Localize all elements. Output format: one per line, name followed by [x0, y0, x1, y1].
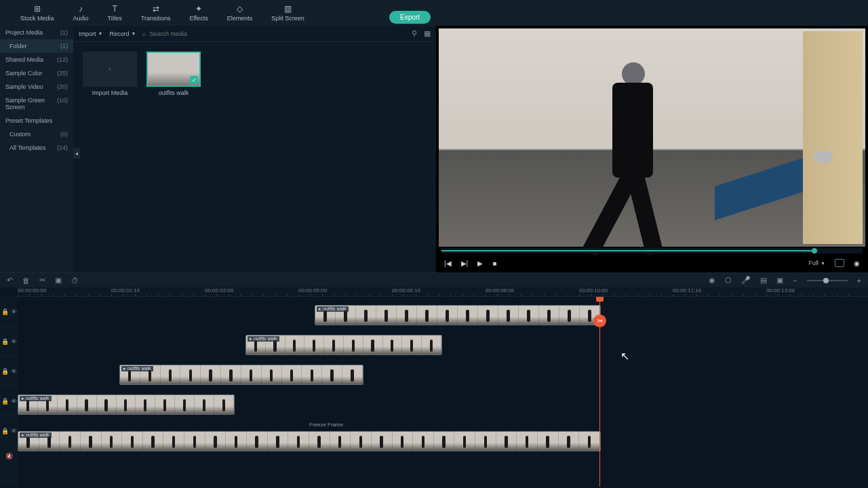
lock-icon[interactable]: 🔒: [1, 368, 9, 375]
ruler-tick: 00:00:00:00: [18, 287, 46, 293]
elements-icon: ◇: [235, 4, 245, 14]
next-frame-button[interactable]: ▶|: [461, 260, 469, 267]
ruler-tick: 00:00:05:00: [298, 287, 327, 293]
crop-icon[interactable]: ▣: [55, 276, 62, 285]
timeline-ruler[interactable]: 00:00:00:0000:00:01:1600:00:03:0800:00:0…: [18, 287, 868, 297]
clip-audio-strip[interactable]: [246, 354, 441, 355]
marker-icon[interactable]: ⬡: [725, 276, 732, 285]
playhead[interactable]: ✂: [599, 297, 600, 487]
ruler-tick: 00:00:06:16: [392, 287, 420, 293]
record-dropdown[interactable]: Record▼: [109, 30, 136, 37]
search-icon: ⌕: [142, 30, 146, 37]
media-sidebar: Project Media(1)Folder(1)Shared Media(12…: [0, 26, 73, 272]
ruler-tick: 00:00:11:16: [673, 287, 701, 293]
sidebar-item-shared-media[interactable]: Shared Media(12): [0, 53, 73, 66]
sidebar-item-custom[interactable]: Custom(0): [0, 127, 73, 141]
sidebar-item-project-media[interactable]: Project Media(1): [0, 26, 73, 39]
stop-button[interactable]: ■: [492, 260, 496, 267]
speed-icon[interactable]: ⏱: [71, 277, 79, 285]
clip-audio-strip[interactable]: [120, 384, 363, 385]
sidebar-item-sample-green-screen[interactable]: Sample Green Screen(10): [0, 94, 73, 114]
lock-icon[interactable]: 🔒: [1, 428, 9, 434]
eye-icon[interactable]: 👁: [11, 398, 17, 405]
timeline-clip[interactable]: ▸ outfits walk: [18, 431, 601, 451]
export-button[interactable]: Export: [389, 11, 431, 24]
play-button[interactable]: ▶: [477, 260, 483, 267]
zoom-slider[interactable]: [807, 280, 848, 281]
clip-label: ▸ outfits walk: [317, 306, 349, 312]
freeze-frame-label: Freeze Frame: [309, 422, 343, 428]
delete-icon[interactable]: 🗑: [22, 277, 30, 285]
preview-pane: |◀ ▶| ▶ ■ Full▼ ◉: [436, 26, 868, 272]
split-icon[interactable]: ✂: [39, 276, 45, 285]
clip-label: ▸ outfits walk: [248, 336, 279, 342]
preview-scrubber[interactable]: [441, 248, 863, 253]
ruler-tick: 00:00:01:16: [111, 287, 140, 293]
plus-icon: +: [108, 66, 111, 73]
ruler-tick: 00:00:03:08: [205, 287, 233, 293]
import-media-tile[interactable]: +: [83, 52, 137, 87]
mic-icon[interactable]: 🎤: [741, 276, 751, 285]
zoom-out-icon[interactable]: −: [793, 277, 797, 285]
mute-icon[interactable]: 🔇: [5, 453, 13, 460]
effects-icon: ✦: [194, 4, 203, 14]
preview-layout-button[interactable]: [835, 259, 844, 267]
tab-elements[interactable]: ◇Elements: [224, 4, 256, 22]
tab-audio[interactable]: ♪Audio: [71, 4, 92, 22]
render-icon[interactable]: ◉: [709, 276, 715, 285]
scissor-icon[interactable]: ✂: [593, 314, 606, 327]
lock-icon[interactable]: 🔒: [1, 338, 9, 345]
clip-audio-strip[interactable]: [315, 325, 600, 325]
timeline-clip[interactable]: ▸ outfits walk: [245, 335, 442, 355]
preview-size-dropdown[interactable]: Full▼: [809, 260, 825, 266]
mixer-icon[interactable]: ▤: [760, 276, 767, 285]
clip-label: ▸ outfits walk: [20, 432, 52, 438]
ruler-tick: 00:00:10:00: [579, 287, 608, 293]
media-panel: Import▼ Record▼ ⌕ ⚲ ▦ + Import Media ✓ o…: [73, 26, 436, 272]
import-dropdown[interactable]: Import▼: [79, 30, 102, 37]
ruler-tick: 00:00:13:08: [766, 287, 795, 293]
tab-effects[interactable]: ✦Effects: [186, 4, 210, 22]
sidebar-item-sample-color[interactable]: Sample Color(25): [0, 66, 73, 80]
import-media-label: Import Media: [92, 89, 128, 96]
preview-canvas[interactable]: [439, 28, 865, 247]
zoom-in-icon[interactable]: +: [857, 277, 861, 285]
tab-split-screen[interactable]: ▥Split Screen: [269, 4, 307, 22]
timeline-clip[interactable]: ▸ outfits walk: [315, 305, 601, 325]
timeline-toolbar: ↶ 🗑 ✂ ▣ ⏱ ◉ ⬡ 🎤 ▤ ▣ − +: [0, 272, 868, 287]
lock-icon[interactable]: 🔒: [1, 398, 9, 405]
top-toolbar: ⊞Stock Media♪AudioTTitles⇄Transitions✦Ef…: [0, 0, 868, 26]
clip-audio-strip[interactable]: [18, 451, 600, 451]
timeline-clip[interactable]: ▸ outfits walk: [119, 365, 363, 385]
media-clip[interactable]: ✓: [146, 52, 201, 87]
timeline-tracks: 🔒👁 🔒👁 🔒👁 🔒👁 🔒👁 🔇 Freeze Frame ▸ outfits …: [0, 297, 868, 487]
undo-icon[interactable]: ↶: [7, 276, 13, 285]
sidebar-item-folder[interactable]: Folder(1): [0, 39, 73, 53]
collapse-sidebar-button[interactable]: ◂: [73, 148, 80, 159]
tab-titles[interactable]: TTitles: [105, 4, 125, 22]
prev-frame-button[interactable]: |◀: [444, 260, 452, 267]
clip-label: ▸ outfits walk: [121, 366, 153, 371]
settings-icon[interactable]: ▣: [776, 276, 783, 285]
eye-icon[interactable]: 👁: [11, 428, 17, 434]
search-input[interactable]: [149, 30, 405, 37]
snapshot-button[interactable]: ◉: [854, 260, 860, 267]
grid-view-icon[interactable]: ▦: [424, 29, 431, 38]
clip-label: ▸ outfits walk: [20, 396, 52, 401]
sidebar-item-preset-templates[interactable]: Preset Templates: [0, 114, 73, 127]
ruler-tick: 00:00:08:08: [486, 287, 514, 293]
transitions-icon: ⇄: [151, 4, 161, 14]
sidebar-item-all-templates[interactable]: All Templates(24): [0, 141, 73, 155]
lock-icon[interactable]: 🔒: [1, 308, 9, 315]
clip-audio-strip[interactable]: [18, 414, 234, 415]
timeline-clip[interactable]: ▸ outfits walk: [18, 394, 235, 415]
search-box: ⌕: [142, 30, 405, 37]
filter-icon[interactable]: ⚲: [412, 29, 417, 38]
eye-icon[interactable]: 👁: [11, 308, 17, 315]
eye-icon[interactable]: 👁: [11, 338, 17, 345]
split-screen-icon: ▥: [283, 4, 293, 14]
eye-icon[interactable]: 👁: [11, 368, 17, 375]
tab-stock-media[interactable]: ⊞Stock Media: [18, 4, 57, 22]
sidebar-item-sample-video[interactable]: Sample Video(20): [0, 80, 73, 94]
tab-transitions[interactable]: ⇄Transitions: [138, 4, 174, 22]
